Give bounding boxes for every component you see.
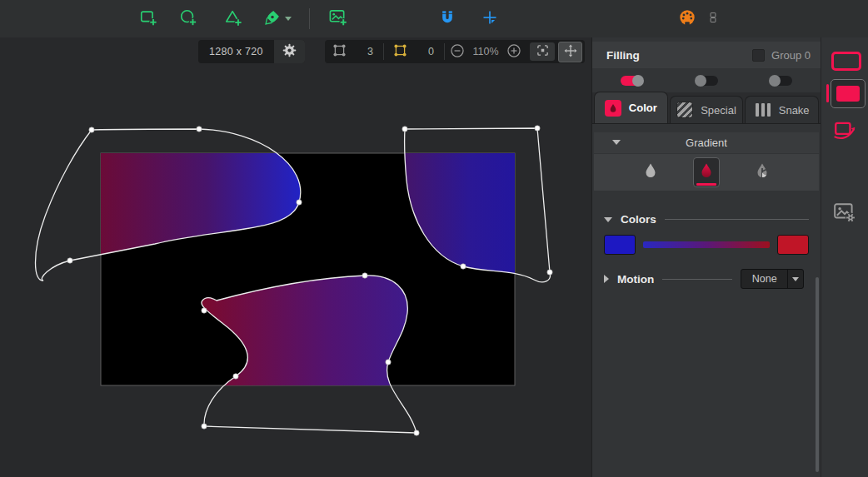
group-checkbox-label: Group 0 <box>771 49 811 62</box>
pan-arrows-icon <box>564 44 577 60</box>
zoom-out-button[interactable] <box>446 41 468 62</box>
pen-tool-button[interactable] <box>256 3 299 34</box>
tab-snake[interactable]: Snake <box>745 96 819 123</box>
bar-divider <box>444 43 445 60</box>
pen-tool-dropdown-caret-icon[interactable] <box>285 17 292 21</box>
snapping-magnet-button[interactable] <box>432 3 463 34</box>
gear-icon <box>282 43 297 60</box>
zoom-in-button[interactable] <box>503 41 525 62</box>
motion-section-title: Motion <box>617 273 654 286</box>
fill-rectangle-icon <box>836 86 860 102</box>
colors-section-header[interactable]: Colors <box>604 213 809 226</box>
gradient-type-options <box>594 154 819 191</box>
solid-droplet-icon <box>642 161 659 183</box>
gradient-end-swatch[interactable] <box>777 235 809 255</box>
add-guide-crosshair-button[interactable] <box>474 3 506 34</box>
add-rectangle-icon <box>139 8 157 30</box>
toggle-knob <box>632 75 644 87</box>
fill-style-button[interactable] <box>831 79 866 108</box>
gradient-preview-bar[interactable] <box>643 241 770 248</box>
nodes-selected-icon <box>393 43 407 60</box>
gradient-section-title: Gradient <box>594 137 819 149</box>
collapse-chevron-icon <box>612 140 621 145</box>
shape-motion-icon <box>833 129 856 143</box>
filling-panel: Filling Group 0 Color Special Snake Grad… <box>591 37 821 477</box>
add-image-button[interactable] <box>322 3 353 34</box>
fill-toggle-3[interactable] <box>770 76 792 86</box>
expand-chevron-icon[interactable] <box>604 275 609 283</box>
toggle-knob <box>695 75 706 87</box>
tab-label: Snake <box>779 104 810 117</box>
zoom-level-value: 110% <box>471 46 500 57</box>
toggle-knob <box>769 75 781 87</box>
style-sidebar <box>821 37 868 477</box>
canvas-scene[interactable] <box>0 37 591 477</box>
view-controls-bar: 3 0 110% <box>325 40 585 63</box>
main-toolbar <box>0 0 868 38</box>
nodes-total-icon <box>332 43 347 60</box>
image-settings-button[interactable] <box>833 201 856 226</box>
fill-layer-toggles <box>592 68 821 92</box>
document-size-bar: 1280 x 720 <box>198 40 305 63</box>
solid-fill-option[interactable] <box>637 157 664 187</box>
shape-motion-button[interactable] <box>833 119 856 144</box>
add-triangle-button[interactable] <box>217 3 249 34</box>
stroke-style-button[interactable] <box>831 52 861 71</box>
toolbar-divider <box>309 8 310 29</box>
gradient-stops-row <box>604 235 809 255</box>
document-settings-button[interactable] <box>274 40 305 63</box>
document-size-label: 1280 x 720 <box>198 46 274 57</box>
add-triangle-icon <box>224 8 242 30</box>
color-palette-icon <box>678 8 696 30</box>
nodes-selected-value: 0 <box>407 46 442 57</box>
fill-type-tabs: Color Special Snake <box>592 92 821 124</box>
tab-color[interactable]: Color <box>594 92 668 123</box>
canvas-viewport[interactable]: 1280 x 720 3 0 110% <box>0 37 591 477</box>
add-ellipse-icon <box>179 8 197 30</box>
add-guide-crosshair-icon <box>481 9 498 29</box>
snapping-magnet-icon <box>439 9 456 29</box>
gradient-droplet-icon <box>698 161 715 183</box>
fit-to-screen-button[interactable] <box>530 42 555 61</box>
section-divider-line <box>665 219 809 220</box>
selected-item-indicator <box>826 84 829 102</box>
nodes-total-value: 3 <box>347 46 382 57</box>
bar-divider <box>383 43 384 60</box>
gradient-section-header[interactable]: Gradient <box>594 132 819 153</box>
tab-label: Special <box>701 104 736 117</box>
chevron-down-icon <box>792 277 799 281</box>
image-settings-icon <box>833 211 856 226</box>
motion-dropdown[interactable]: None <box>741 269 804 289</box>
motion-section-header: Motion None <box>604 269 809 289</box>
add-ellipse-button[interactable] <box>172 3 204 34</box>
pan-tool-button[interactable] <box>558 42 582 62</box>
fill-toggle-2[interactable] <box>696 76 718 86</box>
hatch-pattern-icon <box>676 102 693 118</box>
fill-toggle-1[interactable] <box>621 76 643 86</box>
filling-panel-header: Filling Group 0 <box>592 42 821 68</box>
panels-layout-button[interactable] <box>697 3 729 34</box>
motion-dropdown-value: None <box>741 273 787 285</box>
group-checkbox[interactable] <box>752 49 765 62</box>
gradient-fill-option[interactable] <box>693 157 720 187</box>
zoom-in-icon <box>506 43 521 61</box>
section-divider-line <box>662 279 732 280</box>
multi-droplet-icon <box>754 161 771 183</box>
fit-to-screen-icon <box>536 44 549 59</box>
tab-special[interactable]: Special <box>670 96 744 123</box>
panel-title: Filling <box>606 49 752 62</box>
panels-layout-icon <box>707 8 719 30</box>
gradient-start-swatch[interactable] <box>604 235 636 255</box>
zoom-out-icon <box>450 43 465 61</box>
dropdown-caret[interactable] <box>787 270 803 288</box>
add-rectangle-button[interactable] <box>132 3 164 34</box>
add-image-icon <box>328 7 347 30</box>
color-droplet-icon <box>605 100 621 117</box>
colors-section-title: Colors <box>621 213 656 226</box>
collapse-chevron-icon <box>604 217 612 222</box>
tab-label: Color <box>629 102 657 114</box>
panel-scrollbar[interactable] <box>816 277 819 472</box>
vertical-bars-icon <box>755 102 771 118</box>
pen-tool-icon <box>264 9 281 29</box>
multi-fill-option[interactable] <box>749 157 776 187</box>
